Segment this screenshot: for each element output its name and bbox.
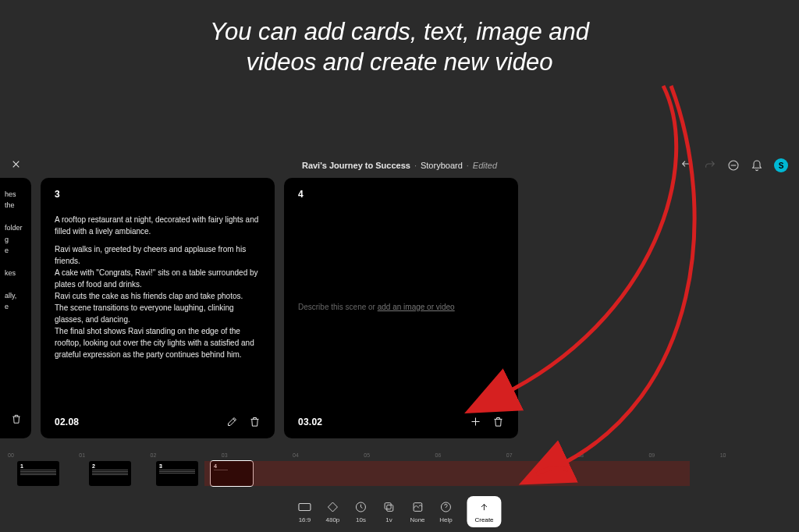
help-icon	[439, 500, 453, 514]
edit-card-button[interactable]	[226, 416, 238, 427]
timeline-selection-overlay	[204, 461, 690, 486]
versions-button[interactable]: 1v	[382, 500, 396, 523]
style-button[interactable]: None	[410, 500, 424, 523]
card-3[interactable]: 3 A rooftop restaurant at night, decorat…	[41, 178, 275, 438]
card-2-partial[interactable]: hes the folder g e kes ally, e	[0, 178, 31, 438]
bottom-toolbar: 16:9 480p 10s 1v None Help Create	[297, 496, 501, 527]
edit-status: Edited	[473, 161, 497, 170]
upload-icon	[478, 500, 492, 514]
card-number: 4	[298, 189, 504, 200]
timeline-thumb-3[interactable]: 3	[156, 461, 198, 486]
breadcrumb: Ravi's Journey to Success · Storyboard ·…	[302, 161, 497, 170]
layers-icon	[382, 500, 396, 514]
diamond-icon	[325, 500, 339, 514]
help-button[interactable]: Help	[439, 500, 453, 523]
aspect-ratio-button[interactable]: 16:9	[297, 500, 311, 523]
annotation-overlay-text: You can add cards, text, image and video…	[200, 17, 599, 78]
redo-button[interactable]	[704, 159, 716, 172]
timeline-ruler: 00 01 02 03 04 05 06 07 08 09 10	[8, 452, 791, 458]
card-timestamp: 02.08	[55, 417, 79, 427]
card-description[interactable]: A rooftop restaurant at night, decorated…	[55, 214, 261, 408]
notifications-button[interactable]	[751, 159, 763, 172]
section-label: Storyboard	[421, 161, 463, 170]
card-placeholder[interactable]: Describe this scene or add an image or v…	[298, 301, 504, 313]
svg-rect-1	[299, 504, 311, 511]
delete-card-button[interactable]	[492, 416, 504, 427]
delete-card-button[interactable]	[11, 413, 22, 427]
svg-rect-3	[385, 503, 391, 509]
aspect-icon	[297, 500, 311, 514]
card-4[interactable]: 4 Describe this scene or add an image or…	[284, 178, 518, 438]
timeline-thumb-1[interactable]: 1	[17, 461, 59, 486]
create-button[interactable]: Create	[467, 496, 502, 527]
card-number: 3	[55, 189, 261, 200]
minus-button[interactable]	[727, 159, 740, 172]
resolution-button[interactable]: 480p	[325, 500, 339, 523]
style-icon	[410, 500, 424, 514]
timeline-thumb-4[interactable]: 4	[211, 461, 253, 486]
project-title: Ravi's Journey to Success	[302, 161, 410, 170]
timeline-minimap: 00 01 02 03 04 05 06 07 08 09 10 1 2 3 4	[8, 452, 791, 493]
close-button[interactable]	[11, 159, 21, 172]
svg-rect-4	[387, 505, 393, 511]
add-card-button[interactable]	[470, 416, 481, 427]
storyboard-cards: hes the folder g e kes ally, e 3 A rooft…	[0, 178, 799, 438]
add-media-link[interactable]: add an image or video	[378, 303, 455, 311]
duration-button[interactable]: 10s	[353, 500, 368, 523]
clock-icon	[353, 500, 368, 514]
delete-card-button[interactable]	[249, 416, 261, 427]
timeline-thumb-2[interactable]: 2	[89, 461, 131, 486]
card-timestamp: 03.02	[298, 417, 322, 427]
editor-topbar: Ravi's Journey to Success · Storyboard ·…	[0, 156, 799, 175]
undo-button[interactable]	[680, 159, 693, 172]
avatar[interactable]: S	[774, 158, 788, 172]
